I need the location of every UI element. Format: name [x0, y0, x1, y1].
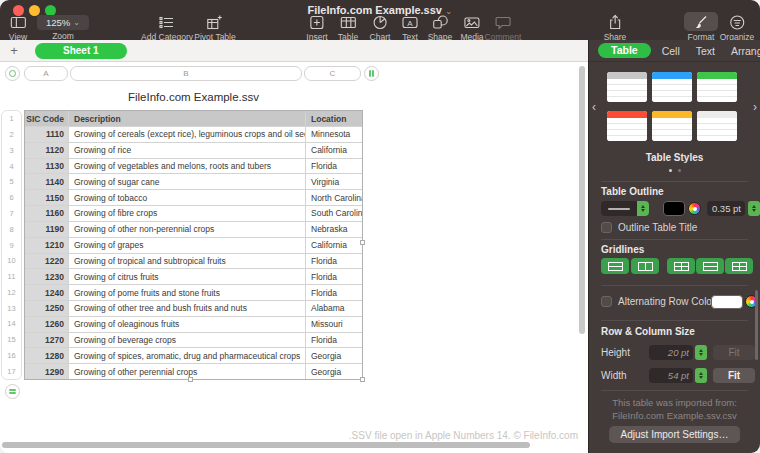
add-row-handle[interactable]	[5, 384, 20, 399]
table-cell[interactable]: North Carolina	[305, 190, 362, 205]
table-cell[interactable]: 1190	[25, 222, 68, 237]
table-resize-handle-corner[interactable]	[360, 377, 365, 382]
insert-button[interactable]: Insert	[306, 14, 327, 42]
share-button[interactable]: Share	[604, 14, 627, 42]
table-cell[interactable]: Growing of other tree and bush fruits an…	[68, 301, 305, 316]
tab-arrange[interactable]: Arrange	[723, 45, 760, 57]
adjust-import-settings-button[interactable]: Adjust Import Settings…	[609, 426, 741, 443]
tab-table[interactable]: Table	[598, 43, 651, 58]
table-cell[interactable]: 1160	[25, 206, 68, 221]
alternating-row-color-checkbox[interactable]	[601, 296, 612, 307]
table-row[interactable]: 1250Growing of other tree and bush fruit…	[25, 300, 362, 316]
header-cell-description[interactable]: Description	[68, 111, 305, 126]
row-number[interactable]: 2	[2, 127, 21, 143]
row-number[interactable]: 13	[2, 300, 21, 316]
header-cell-location[interactable]: Location	[305, 111, 362, 126]
table-cell[interactable]: Florida	[305, 254, 362, 269]
table-cell[interactable]: Growing of cereals (except rice), legumi…	[68, 127, 305, 142]
format-button[interactable]: Format	[688, 14, 715, 42]
outline-color-wheel-icon[interactable]	[688, 202, 701, 215]
row-number[interactable]: 14	[2, 316, 21, 332]
table-cell[interactable]: Missouri	[305, 317, 362, 332]
width-field[interactable]: 54 pt	[649, 368, 693, 383]
chart-button[interactable]: Chart	[370, 14, 391, 42]
table-row[interactable]: 1220Growing of tropical and subtropical …	[25, 253, 362, 269]
row-number[interactable]: 3	[2, 143, 21, 159]
outline-width-stepper[interactable]	[748, 201, 760, 216]
table-cell[interactable]: Growing of pome fruits and stone fruits	[68, 285, 305, 300]
height-field[interactable]: 20 pt	[649, 345, 693, 360]
media-button[interactable]: Media	[460, 14, 483, 42]
table-cell[interactable]: Growing of other non-perennial crops	[68, 222, 305, 237]
add-column-handle[interactable]	[364, 66, 379, 81]
styles-page-dots[interactable]	[589, 169, 760, 172]
table-row[interactable]: 1280Growing of spices, aromatic, drug an…	[25, 347, 362, 363]
row-number[interactable]: 12	[2, 284, 21, 300]
tab-cell[interactable]: Cell	[654, 45, 688, 57]
zoom-control[interactable]: 125%⌄ Zoom	[37, 14, 89, 41]
table-cell[interactable]: Nebraska	[305, 222, 362, 237]
table-cell[interactable]: 1220	[25, 254, 68, 269]
table-cell[interactable]: 1290	[25, 364, 68, 379]
table-cell[interactable]: Growing of grapes	[68, 238, 305, 253]
row-number[interactable]: 17	[2, 363, 21, 379]
horizontal-gridlines-button[interactable]	[601, 258, 629, 274]
table-title[interactable]: FileInfo.com Example.ssv	[24, 91, 363, 103]
alternating-color-well[interactable]	[711, 295, 743, 309]
table-cell[interactable]: Growing of beverage crops	[68, 333, 305, 348]
add-sheet-button[interactable]: +	[0, 43, 28, 58]
view-button[interactable]: View	[9, 14, 27, 42]
panel-scrollbar[interactable]	[755, 290, 758, 360]
table-cell[interactable]: Growing of other perennial crops	[68, 364, 305, 379]
table-row[interactable]: 1230Growing of citrus fruitsFlorida	[25, 268, 362, 284]
table-style-red[interactable]	[607, 111, 647, 141]
column-header-a[interactable]: A	[24, 66, 68, 81]
shape-button[interactable]: Shape	[428, 14, 453, 42]
zoom-value-pill[interactable]: 125%⌄	[37, 15, 89, 30]
row-number[interactable]: 10	[2, 253, 21, 269]
table-cell[interactable]: Growing of fibre crops	[68, 206, 305, 221]
table-style-gray[interactable]	[607, 72, 647, 102]
height-fit-button[interactable]: Fit	[713, 345, 755, 360]
center-gridlines-button[interactable]	[696, 258, 724, 274]
table-style-orange[interactable]	[652, 111, 692, 141]
table-cell[interactable]: Growing of rice	[68, 143, 305, 158]
table-cell[interactable]: Growing of sugar cane	[68, 174, 305, 189]
table-cell[interactable]: Growing of vegetables and melons, roots …	[68, 159, 305, 174]
height-stepper[interactable]	[695, 345, 707, 360]
table-cell[interactable]: 1250	[25, 301, 68, 316]
table-cell[interactable]: California	[305, 143, 362, 158]
table-row[interactable]: 1240Growing of pome fruits and stone fru…	[25, 284, 362, 300]
row-number[interactable]: 15	[2, 332, 21, 348]
comment-button[interactable]: Comment	[485, 14, 522, 42]
table-cell[interactable]: 1150	[25, 190, 68, 205]
table-row[interactable]: 1120Growing of riceCalifornia	[25, 142, 362, 158]
column-header-c[interactable]: C	[304, 66, 361, 81]
table-cell[interactable]: Growing of tobacco	[68, 190, 305, 205]
table-row[interactable]: 1140Growing of sugar caneVirginia	[25, 173, 362, 189]
organize-button[interactable]: Organize	[720, 14, 755, 42]
table-cell[interactable]: 1130	[25, 159, 68, 174]
table-resize-handle-right[interactable]	[360, 240, 365, 245]
all-gridlines-button[interactable]	[725, 258, 753, 274]
row-number[interactable]: 8	[2, 221, 21, 237]
vertical-scrollbar[interactable]	[579, 66, 585, 334]
table-row[interactable]: 1150Growing of tobaccoNorth Carolina	[25, 189, 362, 205]
row-number[interactable]: 7	[2, 206, 21, 222]
header-cell-sic-code[interactable]: SIC Code	[25, 111, 68, 126]
table-row[interactable]: 1260Growing of oleaginous fruitsMissouri	[25, 316, 362, 332]
table-cell[interactable]: Virginia	[305, 174, 362, 189]
tab-text[interactable]: Text	[688, 45, 723, 57]
table-row[interactable]: 1270Growing of beverage cropsFlorida	[25, 332, 362, 348]
row-number[interactable]: 4	[2, 158, 21, 174]
table-handle[interactable]	[5, 66, 20, 81]
table-cell[interactable]: 1110	[25, 127, 68, 142]
table-style-green[interactable]	[697, 72, 737, 102]
table-cell[interactable]: Georgia	[305, 364, 362, 379]
table-row[interactable]: 1110Growing of cereals (except rice), le…	[25, 126, 362, 142]
table-row[interactable]: 1190Growing of other non-perennial crops…	[25, 221, 362, 237]
table-cell[interactable]: Florida	[305, 269, 362, 284]
table-cell[interactable]: California	[305, 238, 362, 253]
row-number[interactable]: 11	[2, 269, 21, 285]
table-cell[interactable]: 1270	[25, 333, 68, 348]
